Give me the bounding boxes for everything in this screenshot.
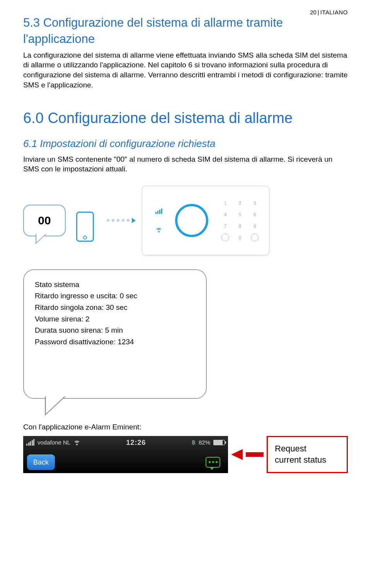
chat-icon[interactable] <box>206 457 220 468</box>
section-5-3-body: La configurazione del sistema di allarme… <box>23 50 348 90</box>
alarm-panel-icon: 123 456 789 0 <box>142 186 269 255</box>
section-6-1-title: 6.1 Impostazioni di configurazione richi… <box>23 137 348 150</box>
panel-ring-icon <box>175 204 208 237</box>
section-6-1-body: Inviare un SMS contenente "00" al numero… <box>23 154 348 174</box>
status-reply-bubble: Stato sistema Ritardo ingresso e uscita:… <box>23 269 207 399</box>
battery-pct: 82% <box>199 439 210 446</box>
chapter-6-title: 6.0 Configurazione del sistema di allarm… <box>23 108 348 128</box>
status-heading: Stato sistema <box>35 279 195 290</box>
signal-bars-icon <box>26 439 34 446</box>
wifi-icon <box>155 227 162 232</box>
battery-icon <box>213 440 225 445</box>
app-screenshot-row: vodafone NL 12:26 ฿ 82% Back Request cu <box>23 436 348 473</box>
request-callout: Request current status <box>267 436 348 473</box>
sms-code: 00 <box>38 213 51 229</box>
sms-diagram: 00 123 456 789 0 <box>23 186 348 255</box>
status-line: Ritardo ingresso e uscita: 0 sec <box>35 291 195 301</box>
bluetooth-icon: ฿ <box>192 438 196 447</box>
app-statusbar: vodafone NL 12:26 ฿ 82% Back <box>23 436 228 473</box>
panel-keypad: 123 456 789 0 <box>221 199 259 242</box>
clock-label: 12:26 <box>126 438 146 447</box>
app-intro-text: Con l'applicazione e-Alarm Eminent: <box>23 422 348 432</box>
page-number: 20 <box>310 9 317 15</box>
carrier-label: vodafone NL <box>37 439 70 446</box>
wifi-icon <box>73 440 80 445</box>
phone-icon <box>70 199 100 242</box>
page-language: ITALIANO <box>320 9 348 15</box>
callout-arrow-icon <box>231 449 243 460</box>
back-button[interactable]: Back <box>27 455 55 470</box>
status-line: Volume sirena: 2 <box>35 314 195 325</box>
section-5-3-title: 5.3 Configurazione del sistema di allarm… <box>23 15 348 47</box>
status-line: Ritardo singola zona: 30 sec <box>35 302 195 313</box>
transmission-arrow-icon <box>107 218 136 223</box>
status-line: Password disattivazione: 1234 <box>35 337 195 347</box>
request-line-2: current status <box>275 455 340 466</box>
sms-code-bubble: 00 <box>23 205 66 236</box>
status-line: Durata suono sirena: 5 min <box>35 325 195 336</box>
request-line-1: Request <box>275 443 340 455</box>
callout-arrow-tail <box>246 452 264 457</box>
page-header: 20|ITALIANO <box>310 9 348 16</box>
signal-icon <box>155 209 162 214</box>
